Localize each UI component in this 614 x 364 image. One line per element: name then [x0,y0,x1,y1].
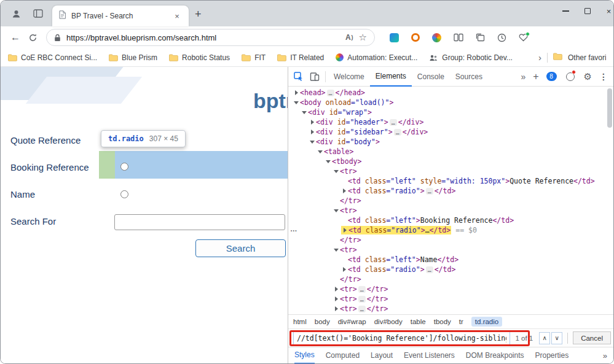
sidebar-tab-properties[interactable]: Properties [535,347,569,364]
dom-tree-line[interactable]: …<td class="radio">…</td>== $0 [288,225,613,235]
tree-expand-icon[interactable] [293,90,300,96]
url-text[interactable]: https://bptravel.blueprism.com/search.ht… [66,33,340,42]
profile-icon[interactable] [9,7,23,20]
close-button[interactable]: × [598,2,614,20]
tree-expand-icon[interactable] [309,119,316,125]
booking-reference-radio[interactable] [120,163,128,171]
breadcrumb-item[interactable]: div#body [374,318,403,325]
sidebar-tab-event-listeners[interactable]: Event Listeners [404,347,455,364]
bookmark-item[interactable]: Blue Prism [109,53,157,62]
sidebar-more-tabs-icon[interactable]: » [603,351,607,360]
browser-tab[interactable]: BP Travel - Search × [52,6,189,26]
tree-expand-icon[interactable] [301,109,308,115]
dom-tree-line[interactable]: <td class="left">Name</td> [288,255,613,265]
dom-tree-line[interactable]: <head>…</head> [288,88,613,98]
split-screen-icon[interactable] [454,33,463,42]
devtools-tab-elements[interactable]: Elements [370,67,412,87]
dom-tree-line[interactable]: <tr>…</tr> [288,304,613,314]
dom-tree-line[interactable]: <table> [288,147,613,157]
dom-tree-line[interactable]: <td class="left" style="width: 150px">Qu… [288,176,613,186]
tree-expand-icon[interactable] [333,306,340,312]
minimize-button[interactable] [555,2,577,20]
tree-expand-icon[interactable] [309,129,316,135]
dom-tree-line[interactable]: </tr> [288,274,613,284]
other-favorites-label[interactable]: Other favorites [568,53,606,62]
find-query-input[interactable] [293,331,510,345]
tree-expand-icon[interactable] [325,158,332,165]
sidebar-tab-layout[interactable]: Layout [371,347,393,364]
dom-tree-line[interactable]: <td class="left">Booking Reference</td> [288,215,613,225]
dom-tree-line[interactable]: <div id="sidebar">…</div> [288,127,613,137]
devtools-tab-welcome[interactable]: Welcome [328,67,370,87]
dom-tree-line[interactable]: <tr> [288,166,613,176]
history-icon[interactable] [497,33,506,42]
breadcrumb-item[interactable]: table [411,318,426,325]
breadcrumb-item[interactable]: tr [459,318,463,325]
maximize-button[interactable] [577,2,598,20]
breadcrumb-item[interactable]: html [293,318,307,325]
favorite-star-icon[interactable]: ☆ [359,32,367,43]
tree-expand-icon[interactable] [333,207,340,214]
breadcrumb-item[interactable]: td.radio [471,317,502,327]
dom-tree-line[interactable]: <tr> [288,245,613,255]
browser-essentials-icon[interactable] [519,33,528,42]
find-previous-icon[interactable]: ∧ [539,332,550,344]
breadcrumb-item[interactable]: body [315,318,330,325]
tab-close-icon[interactable]: × [171,10,183,21]
bookmark-item[interactable]: Robotic Status [169,53,230,62]
dom-tree-line[interactable]: <tr>…</tr> [288,294,613,304]
tree-expand-icon[interactable] [341,188,348,194]
back-icon[interactable]: ← [7,29,24,46]
dom-tree-line[interactable]: <td class="radio">…</td> [288,265,613,274]
workspaces-icon[interactable] [31,7,45,20]
settings-gear-icon[interactable]: ⚙ [584,71,592,82]
read-aloud-icon[interactable]: A [345,33,353,42]
breadcrumb-item[interactable]: div#wrap [338,318,366,325]
sidebar-tab-computed[interactable]: Computed [326,347,360,364]
tree-expand-icon[interactable] [333,296,340,302]
search-for-input[interactable] [114,214,285,230]
bookmark-item[interactable]: IT Related [277,53,324,62]
add-tool-icon[interactable]: + [533,71,538,82]
dom-tree-line[interactable]: <tr> [288,206,613,215]
bookmarks-overflow-icon[interactable]: › [538,52,541,63]
dom-tree-line[interactable]: <tr>…</tr> [288,284,613,294]
bookmark-item[interactable]: Automation: Execut... [336,53,417,62]
devtools-menu-icon[interactable]: ⋮ [599,72,608,82]
dom-tree-line[interactable]: </tr> [288,196,613,206]
bookmark-item[interactable]: CoE RBC Connect Si... [8,53,97,62]
dom-tree-line[interactable]: <div id="body"> [288,137,613,147]
dom-tree-line[interactable]: </tr> [288,235,613,245]
breadcrumb-item[interactable]: tbody [434,318,451,325]
tree-expand-icon[interactable] [333,286,340,292]
dom-tree-line[interactable]: <div id="wrap"> [288,107,613,117]
find-next-icon[interactable]: ∨ [551,332,562,344]
more-tabs-icon[interactable]: » [521,72,525,82]
feedback-icon[interactable] [564,69,577,85]
address-bar[interactable]: https://bptravel.blueprism.com/search.ht… [46,29,375,46]
cancel-button[interactable]: Cancel [573,331,611,344]
tree-expand-icon[interactable] [317,149,324,155]
tree-expand-icon[interactable] [342,227,348,233]
device-toolbar-icon[interactable] [307,69,323,85]
tree-expand-icon[interactable] [333,168,340,174]
line-actions-icon[interactable]: … [290,224,297,234]
devtools-tab-console[interactable]: Console [412,67,450,87]
scrollbar-thumb[interactable] [607,88,612,128]
tree-expand-icon[interactable] [293,99,300,106]
extension-orange-icon[interactable] [411,33,420,42]
tree-expand-icon[interactable] [341,266,348,273]
refresh-icon[interactable] [24,29,41,46]
dom-tree-line[interactable]: <body onload="load()"> [288,98,613,107]
search-button[interactable]: Search [195,239,286,257]
extension-colorful-icon[interactable] [432,33,441,42]
tree-expand-icon[interactable] [309,139,316,145]
extension-icon[interactable] [390,33,399,42]
bookmark-item[interactable]: FIT [242,53,266,62]
dom-tree-line[interactable]: <td class="radio">…</td> [288,186,613,196]
bookmark-item[interactable]: Group: Robotic Dev... [429,53,513,62]
dom-tree-line[interactable]: <tbody> [288,157,613,166]
issues-counter[interactable]: 8 [546,72,557,81]
sidebar-tab-styles[interactable]: Styles [294,347,315,364]
inspect-element-icon[interactable] [291,69,307,85]
